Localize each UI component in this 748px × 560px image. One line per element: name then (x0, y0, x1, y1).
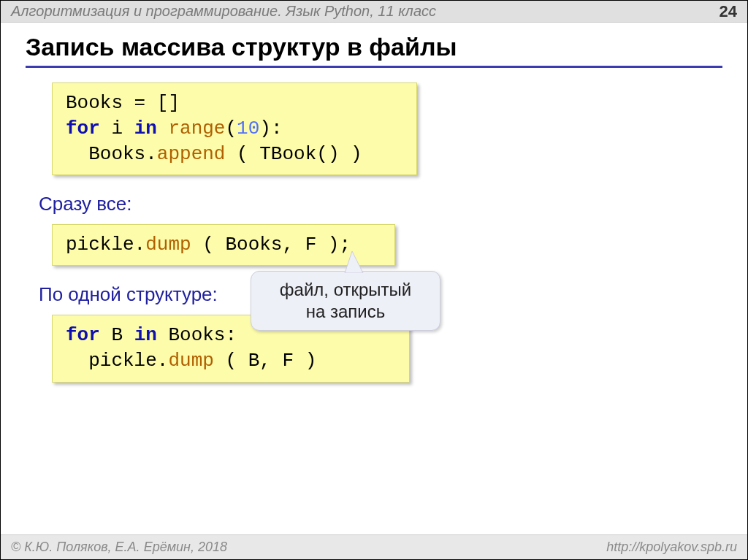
code-text: = [] (123, 92, 180, 114)
code-number: 10 (237, 118, 259, 139)
code-text: ): (259, 118, 282, 139)
code-text: pickle. (66, 350, 168, 372)
slide-footer: © К.Ю. Поляков, Е.А. Ерёмин, 2018 http:/… (1, 534, 747, 559)
course-title: Алгоритмизация и программирование. Язык … (11, 3, 436, 20)
callout-tail-icon (330, 251, 374, 273)
code-text: ( TBook() ) (225, 143, 362, 165)
code-text: Books (66, 92, 123, 114)
callout-line1: файл, открытый (263, 279, 428, 301)
code-keyword: in (134, 118, 157, 139)
code-keyword: for (66, 118, 100, 139)
code-text: ( Books, F ); (191, 234, 351, 256)
content-area: Books = [] for i in range(10): Books.app… (1, 74, 747, 396)
callout-line2: на запись (263, 301, 428, 323)
footer-url: http://kpolyakov.spb.ru (606, 540, 737, 555)
page-number: 24 (720, 2, 737, 21)
code-text: i (100, 118, 134, 139)
callout-box: файл, открытый на запись (251, 271, 440, 331)
code-func: range (168, 118, 225, 139)
code-keyword: in (134, 324, 157, 346)
code-text: ( B, F ) (214, 350, 316, 372)
code-keyword: for (66, 324, 100, 346)
code-text: ( (225, 118, 237, 139)
code-text: pickle. (66, 234, 145, 256)
code-text: Books: (157, 324, 237, 346)
code-block-1: Books = [] for i in range(10): Books.app… (52, 83, 417, 175)
subheading-all: Сразу все: (39, 193, 722, 215)
code-func: dump (145, 234, 191, 256)
code-func: append (157, 143, 226, 165)
slide-title: Запись массива структур в файлы (26, 33, 722, 68)
slide-header: Алгоритмизация и программирование. Язык … (1, 1, 747, 23)
code-text (157, 118, 169, 139)
code-func: dump (168, 350, 213, 372)
code-text: Books. (66, 143, 157, 165)
footer-copyright: © К.Ю. Поляков, Е.А. Ерёмин, 2018 (11, 540, 227, 555)
svg-marker-0 (345, 251, 363, 273)
code-text: B (100, 324, 134, 346)
